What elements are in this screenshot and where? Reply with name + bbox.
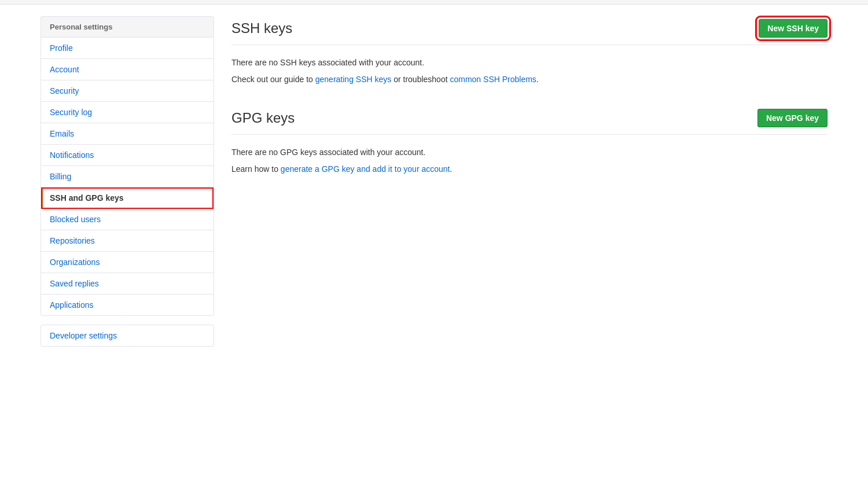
developer-settings-section: Developer settings: [41, 325, 214, 347]
generate-gpg-key-link[interactable]: generate a GPG key and add it to your ac…: [281, 164, 450, 174]
sidebar-item-applications[interactable]: Applications: [41, 295, 214, 315]
sidebar-item-security-log[interactable]: Security log: [41, 102, 214, 123]
sidebar-item-blocked-users[interactable]: Blocked users: [41, 209, 214, 230]
ssh-no-keys-message: There are no SSH keys associated with yo…: [231, 57, 827, 69]
sidebar-item-ssh-gpg-keys[interactable]: SSH and GPG keys: [41, 187, 214, 209]
ssh-section-header: SSH keys New SSH key: [231, 19, 827, 45]
sidebar-item-organizations[interactable]: Organizations: [41, 252, 214, 273]
gpg-learn-text: Learn how to generate a GPG key and add …: [231, 163, 827, 175]
new-ssh-key-button[interactable]: New SSH key: [759, 19, 827, 38]
sidebar-heading: Personal settings: [41, 16, 214, 38]
sidebar-item-saved-replies[interactable]: Saved replies: [41, 273, 214, 295]
ssh-guide-text: Check out our guide to generating SSH ke…: [231, 73, 827, 86]
ssh-section-title: SSH keys: [231, 20, 292, 36]
sidebar-item-notifications[interactable]: Notifications: [41, 145, 214, 166]
gpg-section-header: GPG keys New GPG key: [231, 109, 827, 135]
main-content: SSH keys New SSH key There are no SSH ke…: [231, 16, 827, 492]
sidebar: Personal settings ProfileAccountSecurity…: [41, 16, 214, 492]
sidebar-item-emails[interactable]: Emails: [41, 123, 214, 145]
common-ssh-problems-link[interactable]: common SSH Problems: [450, 75, 536, 84]
sidebar-item-repositories[interactable]: Repositories: [41, 230, 214, 252]
sidebar-item-security[interactable]: Security: [41, 80, 214, 102]
gpg-keys-section: GPG keys New GPG key There are no GPG ke…: [231, 109, 827, 175]
gpg-no-keys-message: There are no GPG keys associated with yo…: [231, 146, 827, 159]
sidebar-item-billing[interactable]: Billing: [41, 166, 214, 187]
generating-ssh-keys-link[interactable]: generating SSH keys: [315, 75, 392, 84]
ssh-keys-section: SSH keys New SSH key There are no SSH ke…: [231, 19, 827, 86]
sidebar-item-account[interactable]: Account: [41, 59, 214, 80]
sidebar-item-profile[interactable]: Profile: [41, 38, 214, 59]
gpg-section-title: GPG keys: [231, 110, 295, 126]
new-gpg-key-button[interactable]: New GPG key: [757, 109, 827, 127]
sidebar-item-developer-settings[interactable]: Developer settings: [41, 325, 214, 346]
sidebar-nav: ProfileAccountSecuritySecurity logEmails…: [41, 38, 214, 316]
